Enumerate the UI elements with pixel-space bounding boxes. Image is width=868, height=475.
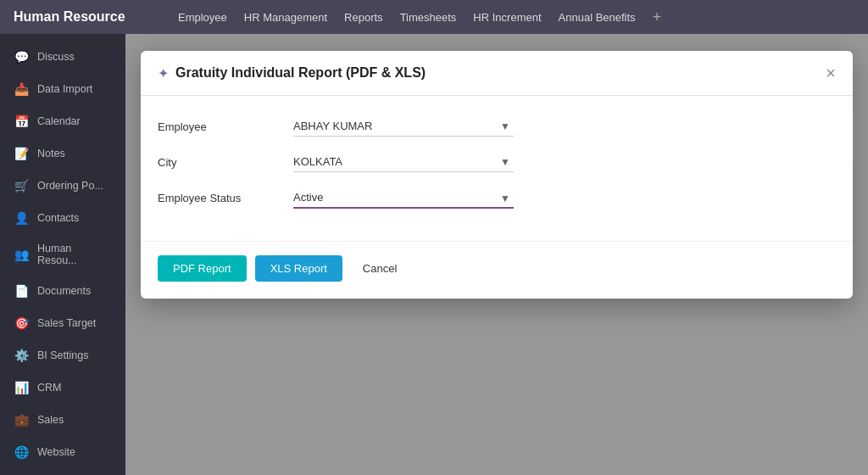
nav-reports[interactable]: Reports [344,8,383,27]
modal-title-row: ✦ Gratuity Individual Report (PDF & XLS) [158,65,426,81]
employee-status-select[interactable]: Active Inactive All [293,187,514,209]
sidebar-label-website: Website [37,446,75,458]
human-resource-icon: 👥 [14,247,29,262]
add-menu-button[interactable]: + [653,8,662,26]
city-select[interactable]: KOLKATA [293,152,514,172]
employee-label: Employee [158,120,293,133]
sidebar-item-documents[interactable]: 📄 Documents [0,275,125,307]
sales-icon: 💼 [14,412,29,428]
city-field-wrapper: KOLKATA ▼ [293,152,514,172]
nav-hr-management[interactable]: HR Management [244,8,327,27]
bi-settings-icon: ⚙️ [14,348,29,363]
sidebar: 💬 Discuss 📥 Data Import 📅 Calendar 📝 Not… [0,34,125,475]
sidebar-label-contacts: Contacts [37,212,79,224]
sidebar-item-contacts[interactable]: 👤 Contacts [0,202,125,234]
employee-form-row: Employee ABHAY KUMAR ▼ [158,116,836,137]
website-icon: 🌐 [14,444,29,460]
app-title: Human Resource [14,9,158,25]
modal-body: Employee ABHAY KUMAR ▼ City [141,96,853,241]
pdf-report-button[interactable]: PDF Report [158,255,247,282]
documents-icon: 📄 [14,283,29,299]
sidebar-label-calendar: Calendar [37,115,81,127]
sidebar-label-human-resource: Human Resou... [37,243,112,266]
modal-footer: PDF Report XLS Report Cancel [141,241,853,299]
sidebar-item-bi-settings[interactable]: ⚙️ BI Settings [0,339,125,372]
notes-icon: 📝 [14,146,29,161]
sidebar-item-crm[interactable]: 📊 CRM [0,372,125,404]
nav-annual-benefits[interactable]: Annual Benefits [559,8,636,27]
sidebar-label-crm: CRM [37,382,61,394]
sidebar-item-ordering-po[interactable]: 🛒 Ordering Po... [0,170,125,202]
modal-overlay: ✦ Gratuity Individual Report (PDF & XLS)… [125,34,868,475]
sidebar-label-sales: Sales [37,414,64,426]
content-area: 1 / 1 ‹ › S.No. Employee Code Employee N… [125,34,868,475]
sidebar-item-calendar[interactable]: 📅 Calendar [0,105,125,137]
contacts-icon: 👤 [14,210,29,226]
cancel-button[interactable]: Cancel [351,255,409,282]
data-import-icon: 📥 [14,81,29,97]
sidebar-item-sales-target[interactable]: 🎯 Sales Target [0,307,125,339]
discuss-icon: 💬 [14,49,29,64]
main-layout: 💬 Discuss 📥 Data Import 📅 Calendar 📝 Not… [0,34,868,475]
calendar-icon: 📅 [14,114,29,129]
employee-field-wrapper: ABHAY KUMAR ▼ [293,116,514,137]
sidebar-item-notes[interactable]: 📝 Notes [0,137,125,170]
sidebar-label-notes: Notes [37,148,65,159]
sidebar-label-bi-settings: BI Settings [37,349,88,361]
modal-title: Gratuity Individual Report (PDF & XLS) [175,65,426,81]
nav-timesheets[interactable]: Timesheets [400,8,457,27]
modal-header: ✦ Gratuity Individual Report (PDF & XLS)… [141,51,853,96]
sidebar-label-data-import: Data Import [37,83,92,95]
sidebar-item-sales[interactable]: 💼 Sales [0,404,125,436]
sidebar-label-discuss: Discuss [37,51,75,63]
nav-hr-increment[interactable]: HR Increment [473,8,541,27]
topbar: Human Resource Employee HR Management Re… [0,0,868,34]
modal-close-button[interactable]: × [826,64,836,81]
sidebar-label-sales-target: Sales Target [37,317,96,329]
modal-dialog: ✦ Gratuity Individual Report (PDF & XLS)… [141,51,853,299]
city-form-row: City KOLKATA ▼ [158,152,836,172]
city-label: City [158,156,293,169]
employee-status-form-row: Employee Status Active Inactive All ▼ [158,187,836,209]
sidebar-item-website[interactable]: 🌐 Website [0,436,125,468]
employee-status-field-wrapper: Active Inactive All ▼ [293,187,514,209]
ordering-po-icon: 🛒 [14,178,29,193]
sidebar-item-discuss[interactable]: 💬 Discuss [0,41,125,73]
employee-select[interactable]: ABHAY KUMAR [293,116,514,137]
sidebar-label-documents: Documents [37,285,91,297]
crm-icon: 📊 [14,380,29,395]
modal-star-icon: ✦ [158,65,169,81]
nav-employee[interactable]: Employee [178,8,227,27]
sidebar-item-employee-map[interactable]: 🗺️ Employee Map... [0,468,125,475]
xls-report-button[interactable]: XLS Report [255,255,342,282]
sidebar-item-human-resource[interactable]: 👥 Human Resou... [0,234,125,275]
sidebar-label-ordering-po: Ordering Po... [37,180,103,192]
sidebar-item-data-import[interactable]: 📥 Data Import [0,73,125,105]
sales-target-icon: 🎯 [14,316,29,331]
top-nav: Employee HR Management Reports Timesheet… [178,8,661,27]
employee-status-label: Employee Status [158,192,293,204]
